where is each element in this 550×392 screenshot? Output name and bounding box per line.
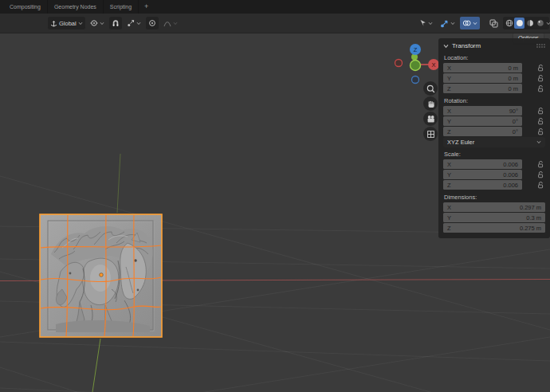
dimensions-z-field[interactable]: Z0.275 m [443, 223, 545, 233]
location-z-field[interactable]: Z0 m [443, 84, 522, 93]
dimensions-y-field[interactable]: Y0.3 m [443, 213, 545, 222]
object-origin-point [100, 273, 104, 277]
scale-z-lock-button[interactable] [536, 181, 545, 189]
panel-collapse-icon [443, 44, 449, 49]
gizmo-neg-x-ball[interactable] [395, 60, 403, 67]
dimensions-x-field[interactable]: X0.297 m [443, 202, 545, 212]
lock-open-icon [537, 84, 544, 92]
panel-drag-handle-icon[interactable] [536, 43, 545, 49]
gizmo-neg-y-ball[interactable] [411, 61, 421, 71]
tab-compositing[interactable]: Compositing [3, 0, 48, 14]
rotation-z-field[interactable]: Z0° [443, 127, 522, 136]
chevron-down-icon [473, 22, 477, 25]
rotation-z-lock-button[interactable] [536, 127, 545, 135]
viewport-shading-group [503, 17, 549, 29]
zoom-button[interactable] [423, 81, 438, 96]
chevron-down-icon [428, 22, 433, 25]
chevron-down-icon [136, 22, 141, 25]
shading-material-button[interactable] [524, 18, 535, 29]
transform-panel: Transform Location: X0 m Y0 m Z0 m [438, 38, 550, 238]
viewport-3d[interactable]: Z X Options Transform [0, 33, 550, 392]
gizmo-z-label: Z [414, 46, 418, 53]
lock-open-icon [537, 171, 544, 178]
y-axis-line-near [92, 339, 100, 392]
rotation-y-lock-button[interactable] [536, 117, 545, 125]
shading-wireframe-button[interactable] [504, 18, 514, 29]
falloff-dropdown[interactable] [161, 17, 180, 29]
scale-y-lock-button[interactable] [536, 171, 545, 178]
transform-panel-header[interactable]: Transform [438, 41, 550, 51]
scale-x-lock-button[interactable] [536, 160, 545, 168]
perspective-toggle-button[interactable] [423, 127, 438, 141]
pivot-point-icon [90, 19, 98, 27]
transform-orientation-button[interactable]: Global [48, 17, 85, 29]
pan-button[interactable] [423, 96, 438, 111]
location-x-lock-button[interactable] [536, 64, 545, 72]
camera-icon [426, 114, 436, 124]
chevron-down-icon [78, 22, 83, 25]
lock-open-icon [537, 181, 544, 189]
scale-x-field[interactable]: X0.006 [443, 159, 522, 169]
chevron-down-icon [536, 140, 541, 144]
tab-scripting[interactable]: Scripting [104, 0, 139, 14]
scale-z-field[interactable]: Z0.006 [443, 180, 522, 190]
magnet-icon [112, 19, 120, 27]
rotation-x-field[interactable]: X90° [443, 106, 522, 116]
location-y-field[interactable]: Y0 m [443, 73, 522, 83]
show-gizmos-toggle[interactable] [438, 17, 458, 29]
tab-geometry-nodes[interactable]: Geometry Nodes [48, 0, 104, 14]
overlays-icon [462, 19, 471, 27]
viewport-header: Global [0, 14, 550, 33]
selected-object-horse-relief[interactable] [38, 213, 163, 339]
scale-y-field[interactable]: Y0.006 [443, 170, 522, 179]
panel-title: Transform [452, 42, 481, 49]
hand-icon [426, 99, 436, 109]
shading-rendered-button[interactable] [535, 18, 545, 29]
shading-dropdown[interactable] [545, 18, 550, 29]
rotation-x-lock-button[interactable] [536, 107, 545, 115]
lock-open-icon [537, 107, 544, 115]
falloff-curve-icon [163, 20, 171, 27]
dimensions-label: Dimensions: [438, 190, 550, 202]
scale-label: Scale: [438, 147, 550, 159]
orientation-label: Global [59, 20, 77, 27]
gizmo-x-label: X [431, 61, 435, 69]
add-workspace-button[interactable]: + [139, 0, 154, 14]
location-label: Location: [438, 51, 550, 63]
chevron-down-icon [450, 22, 455, 25]
rotation-y-field[interactable]: Y0° [443, 116, 522, 126]
shading-solid-button[interactable] [514, 18, 524, 29]
show-overlays-toggle[interactable] [460, 17, 480, 29]
gizmo-icon [440, 19, 449, 28]
xray-icon [489, 19, 498, 28]
location-z-lock-button[interactable] [536, 84, 545, 92]
orientation-axes-icon [50, 20, 57, 27]
ortho-grid-icon [426, 129, 436, 139]
lock-open-icon [537, 74, 544, 82]
gizmo-neg-z-ball[interactable] [412, 76, 419, 84]
proportional-editing-icon [148, 19, 156, 27]
blender-window: Compositing Geometry Nodes Scripting + G… [0, 0, 550, 392]
proportional-editing-toggle[interactable] [146, 17, 159, 29]
object-visibility-dropdown[interactable] [417, 17, 435, 29]
viewport-nav-buttons [423, 81, 438, 141]
snap-toggle-button[interactable] [109, 17, 122, 29]
xray-toggle[interactable] [487, 17, 501, 29]
chevron-down-icon [173, 22, 178, 25]
lock-open-icon [537, 117, 544, 125]
location-x-field[interactable]: X0 m [443, 63, 522, 73]
snap-target-button[interactable] [124, 17, 143, 29]
workspace-tabbar: Compositing Geometry Nodes Scripting + [0, 0, 550, 14]
rotation-label: Rotation: [438, 94, 550, 106]
chevron-down-icon [100, 22, 104, 25]
snap-target-icon [127, 19, 135, 27]
lock-open-icon [537, 127, 544, 135]
lock-open-icon [537, 64, 544, 72]
lock-open-icon [537, 160, 544, 168]
rotation-mode-select[interactable]: XYZ Euler [443, 137, 545, 147]
pivot-point-button[interactable] [88, 17, 107, 29]
y-axis-line-far [117, 154, 120, 213]
camera-view-button[interactable] [423, 112, 438, 126]
location-y-lock-button[interactable] [536, 74, 545, 82]
magnifier-icon [426, 84, 436, 94]
